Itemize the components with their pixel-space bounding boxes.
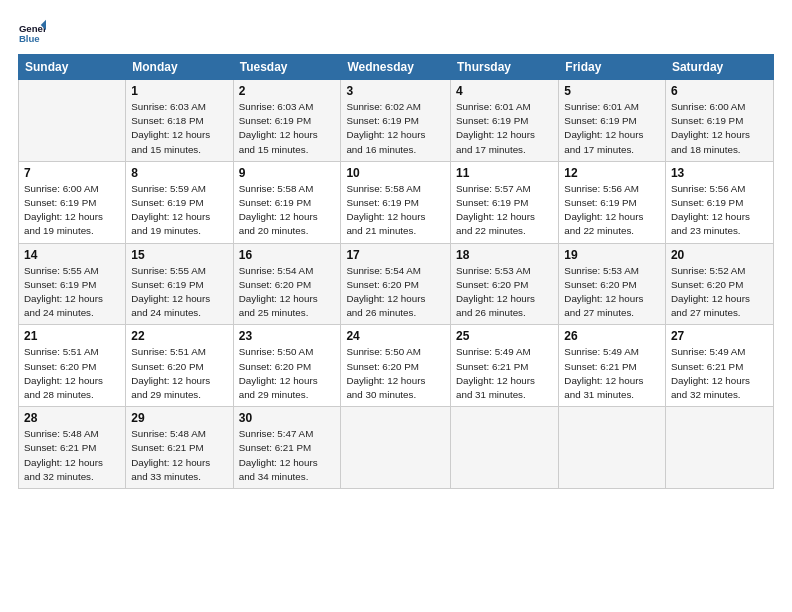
day-number: 20 <box>671 248 768 262</box>
day-number: 6 <box>671 84 768 98</box>
day-number: 2 <box>239 84 336 98</box>
day-info: Sunrise: 5:56 AM Sunset: 6:19 PM Dayligh… <box>564 182 660 239</box>
day-info: Sunrise: 5:49 AM Sunset: 6:21 PM Dayligh… <box>564 345 660 402</box>
day-number: 18 <box>456 248 553 262</box>
day-info: Sunrise: 5:57 AM Sunset: 6:19 PM Dayligh… <box>456 182 553 239</box>
calendar-cell: 11Sunrise: 5:57 AM Sunset: 6:19 PM Dayli… <box>451 161 559 243</box>
calendar-cell: 27Sunrise: 5:49 AM Sunset: 6:21 PM Dayli… <box>665 325 773 407</box>
day-number: 25 <box>456 329 553 343</box>
day-info: Sunrise: 6:02 AM Sunset: 6:19 PM Dayligh… <box>346 100 445 157</box>
calendar-cell: 8Sunrise: 5:59 AM Sunset: 6:19 PM Daylig… <box>126 161 233 243</box>
day-info: Sunrise: 6:00 AM Sunset: 6:19 PM Dayligh… <box>24 182 120 239</box>
day-number: 14 <box>24 248 120 262</box>
day-number: 11 <box>456 166 553 180</box>
calendar-cell: 18Sunrise: 5:53 AM Sunset: 6:20 PM Dayli… <box>451 243 559 325</box>
day-info: Sunrise: 5:50 AM Sunset: 6:20 PM Dayligh… <box>239 345 336 402</box>
calendar-cell: 5Sunrise: 6:01 AM Sunset: 6:19 PM Daylig… <box>559 80 666 162</box>
day-number: 5 <box>564 84 660 98</box>
day-info: Sunrise: 5:56 AM Sunset: 6:19 PM Dayligh… <box>671 182 768 239</box>
day-info: Sunrise: 5:47 AM Sunset: 6:21 PM Dayligh… <box>239 427 336 484</box>
day-number: 30 <box>239 411 336 425</box>
day-number: 8 <box>131 166 227 180</box>
day-info: Sunrise: 5:55 AM Sunset: 6:19 PM Dayligh… <box>131 264 227 321</box>
calendar-cell: 15Sunrise: 5:55 AM Sunset: 6:19 PM Dayli… <box>126 243 233 325</box>
day-info: Sunrise: 5:55 AM Sunset: 6:19 PM Dayligh… <box>24 264 120 321</box>
day-number: 3 <box>346 84 445 98</box>
day-info: Sunrise: 6:03 AM Sunset: 6:19 PM Dayligh… <box>239 100 336 157</box>
day-info: Sunrise: 5:59 AM Sunset: 6:19 PM Dayligh… <box>131 182 227 239</box>
weekday-header: Monday <box>126 55 233 80</box>
day-number: 12 <box>564 166 660 180</box>
calendar-cell: 10Sunrise: 5:58 AM Sunset: 6:19 PM Dayli… <box>341 161 451 243</box>
day-info: Sunrise: 6:01 AM Sunset: 6:19 PM Dayligh… <box>564 100 660 157</box>
calendar-cell: 9Sunrise: 5:58 AM Sunset: 6:19 PM Daylig… <box>233 161 341 243</box>
weekday-header: Friday <box>559 55 666 80</box>
day-info: Sunrise: 5:53 AM Sunset: 6:20 PM Dayligh… <box>456 264 553 321</box>
calendar-cell: 13Sunrise: 5:56 AM Sunset: 6:19 PM Dayli… <box>665 161 773 243</box>
logo: General Blue <box>18 18 46 46</box>
day-info: Sunrise: 5:51 AM Sunset: 6:20 PM Dayligh… <box>131 345 227 402</box>
day-number: 7 <box>24 166 120 180</box>
calendar-cell: 28Sunrise: 5:48 AM Sunset: 6:21 PM Dayli… <box>19 407 126 489</box>
day-number: 22 <box>131 329 227 343</box>
weekday-header: Saturday <box>665 55 773 80</box>
day-number: 29 <box>131 411 227 425</box>
day-number: 13 <box>671 166 768 180</box>
day-info: Sunrise: 5:58 AM Sunset: 6:19 PM Dayligh… <box>239 182 336 239</box>
day-number: 27 <box>671 329 768 343</box>
day-info: Sunrise: 5:48 AM Sunset: 6:21 PM Dayligh… <box>24 427 120 484</box>
day-info: Sunrise: 6:03 AM Sunset: 6:18 PM Dayligh… <box>131 100 227 157</box>
calendar-cell: 14Sunrise: 5:55 AM Sunset: 6:19 PM Dayli… <box>19 243 126 325</box>
calendar-cell: 20Sunrise: 5:52 AM Sunset: 6:20 PM Dayli… <box>665 243 773 325</box>
day-info: Sunrise: 5:49 AM Sunset: 6:21 PM Dayligh… <box>671 345 768 402</box>
calendar-cell <box>451 407 559 489</box>
day-number: 28 <box>24 411 120 425</box>
day-number: 16 <box>239 248 336 262</box>
weekday-header: Sunday <box>19 55 126 80</box>
day-number: 21 <box>24 329 120 343</box>
logo-icon: General Blue <box>18 18 46 46</box>
calendar-cell: 2Sunrise: 6:03 AM Sunset: 6:19 PM Daylig… <box>233 80 341 162</box>
day-info: Sunrise: 5:54 AM Sunset: 6:20 PM Dayligh… <box>239 264 336 321</box>
calendar-cell: 23Sunrise: 5:50 AM Sunset: 6:20 PM Dayli… <box>233 325 341 407</box>
weekday-header: Wednesday <box>341 55 451 80</box>
day-info: Sunrise: 5:52 AM Sunset: 6:20 PM Dayligh… <box>671 264 768 321</box>
calendar-cell: 25Sunrise: 5:49 AM Sunset: 6:21 PM Dayli… <box>451 325 559 407</box>
calendar-cell: 29Sunrise: 5:48 AM Sunset: 6:21 PM Dayli… <box>126 407 233 489</box>
day-number: 23 <box>239 329 336 343</box>
calendar-cell: 30Sunrise: 5:47 AM Sunset: 6:21 PM Dayli… <box>233 407 341 489</box>
day-number: 1 <box>131 84 227 98</box>
calendar-cell: 1Sunrise: 6:03 AM Sunset: 6:18 PM Daylig… <box>126 80 233 162</box>
day-number: 17 <box>346 248 445 262</box>
day-info: Sunrise: 6:00 AM Sunset: 6:19 PM Dayligh… <box>671 100 768 157</box>
day-number: 26 <box>564 329 660 343</box>
calendar-cell: 12Sunrise: 5:56 AM Sunset: 6:19 PM Dayli… <box>559 161 666 243</box>
calendar-cell: 7Sunrise: 6:00 AM Sunset: 6:19 PM Daylig… <box>19 161 126 243</box>
day-info: Sunrise: 5:53 AM Sunset: 6:20 PM Dayligh… <box>564 264 660 321</box>
calendar-cell <box>19 80 126 162</box>
svg-text:Blue: Blue <box>19 33 40 44</box>
calendar-table: SundayMondayTuesdayWednesdayThursdayFrid… <box>18 54 774 489</box>
day-number: 19 <box>564 248 660 262</box>
day-number: 10 <box>346 166 445 180</box>
calendar-cell: 22Sunrise: 5:51 AM Sunset: 6:20 PM Dayli… <box>126 325 233 407</box>
day-number: 9 <box>239 166 336 180</box>
day-info: Sunrise: 5:48 AM Sunset: 6:21 PM Dayligh… <box>131 427 227 484</box>
weekday-header: Thursday <box>451 55 559 80</box>
calendar-cell <box>341 407 451 489</box>
calendar-cell: 6Sunrise: 6:00 AM Sunset: 6:19 PM Daylig… <box>665 80 773 162</box>
calendar-cell: 4Sunrise: 6:01 AM Sunset: 6:19 PM Daylig… <box>451 80 559 162</box>
calendar-cell: 16Sunrise: 5:54 AM Sunset: 6:20 PM Dayli… <box>233 243 341 325</box>
day-info: Sunrise: 5:50 AM Sunset: 6:20 PM Dayligh… <box>346 345 445 402</box>
calendar-cell: 26Sunrise: 5:49 AM Sunset: 6:21 PM Dayli… <box>559 325 666 407</box>
calendar-cell <box>559 407 666 489</box>
day-info: Sunrise: 5:49 AM Sunset: 6:21 PM Dayligh… <box>456 345 553 402</box>
weekday-header: Tuesday <box>233 55 341 80</box>
day-number: 4 <box>456 84 553 98</box>
day-info: Sunrise: 5:58 AM Sunset: 6:19 PM Dayligh… <box>346 182 445 239</box>
day-info: Sunrise: 5:54 AM Sunset: 6:20 PM Dayligh… <box>346 264 445 321</box>
calendar-cell: 3Sunrise: 6:02 AM Sunset: 6:19 PM Daylig… <box>341 80 451 162</box>
day-number: 24 <box>346 329 445 343</box>
day-number: 15 <box>131 248 227 262</box>
calendar-cell: 21Sunrise: 5:51 AM Sunset: 6:20 PM Dayli… <box>19 325 126 407</box>
